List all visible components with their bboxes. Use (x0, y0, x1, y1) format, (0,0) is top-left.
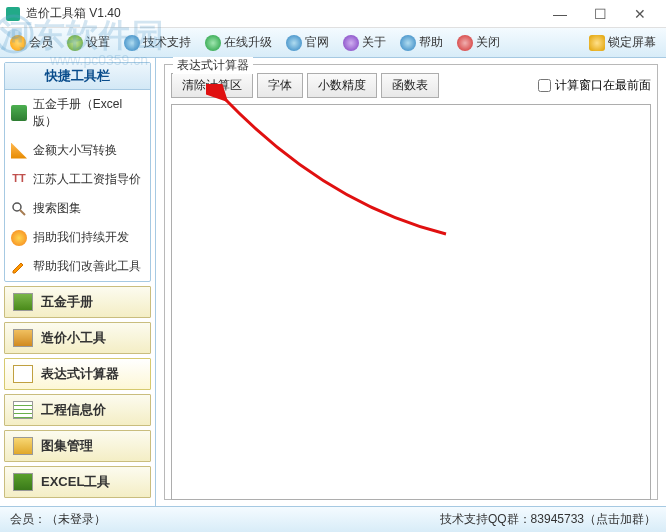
main-content: 快捷工具栏 五金手册（Excel版） 金额大小写转换 TT江苏人工工资指导价 搜… (0, 58, 666, 506)
settings-button[interactable]: 设置 (61, 32, 116, 53)
nav-project-price[interactable]: 工程信息价 (4, 394, 151, 426)
table-green-icon (13, 401, 33, 419)
svg-point-1 (13, 203, 21, 211)
member-icon (10, 35, 26, 51)
help-button[interactable]: 帮助 (394, 32, 449, 53)
ruler-icon (11, 143, 27, 159)
excel-nav-icon (13, 473, 33, 491)
sidebar-item-feedback[interactable]: 帮助我们改善此工具 (5, 252, 150, 281)
expression-editor[interactable] (171, 104, 651, 500)
sidebar-item-label: 金额大小写转换 (33, 142, 117, 159)
sidebar-item-labor-price[interactable]: TT江苏人工工资指导价 (5, 165, 150, 194)
website-button[interactable]: 官网 (280, 32, 335, 53)
search-icon (11, 201, 27, 217)
book-green-icon (13, 293, 33, 311)
gear-icon (67, 35, 83, 51)
sidebar-item-label: 搜索图集 (33, 200, 81, 217)
excel-icon (11, 105, 27, 121)
left-panel: 快捷工具栏 五金手册（Excel版） 金额大小写转换 TT江苏人工工资指导价 搜… (0, 58, 156, 506)
close-icon (457, 35, 473, 51)
app-icon (6, 7, 20, 21)
clear-calc-button[interactable]: 清除计算区 (171, 73, 253, 98)
lock-screen-button[interactable]: 锁定屏幕 (583, 32, 662, 53)
sidebar-item-label: 江苏人工工资指导价 (33, 171, 141, 188)
question-icon (400, 35, 416, 51)
function-table-button[interactable]: 函数表 (381, 73, 439, 98)
close-app-button[interactable]: 关闭 (451, 32, 506, 53)
tt-icon: TT (11, 172, 27, 188)
minimize-button[interactable]: — (540, 0, 580, 28)
sidebar-item-donate[interactable]: 捐助我们持续开发 (5, 223, 150, 252)
nav-excel-tools[interactable]: EXCEL工具 (4, 466, 151, 498)
folder-icon (13, 437, 33, 455)
topmost-checkbox[interactable] (538, 79, 551, 92)
ruler-orange-icon (13, 329, 33, 347)
nav-atlas-manage[interactable]: 图集管理 (4, 430, 151, 462)
svg-line-2 (20, 210, 25, 215)
medal-icon (11, 230, 27, 246)
lock-icon (589, 35, 605, 51)
close-window-button[interactable]: ✕ (620, 0, 660, 28)
home-icon (286, 35, 302, 51)
nav-expression-calc[interactable]: 表达式计算器 (4, 358, 151, 390)
topmost-checkbox-label[interactable]: 计算窗口在最前面 (538, 77, 651, 94)
sidebar-item-label: 捐助我们持续开发 (33, 229, 129, 246)
precision-button[interactable]: 小数精度 (307, 73, 377, 98)
globe-upgrade-icon (205, 35, 221, 51)
sidebar-item-label: 帮助我们改善此工具 (33, 258, 141, 275)
checkbox-text: 计算窗口在最前面 (555, 77, 651, 94)
about-button[interactable]: 关于 (337, 32, 392, 53)
headset-icon (124, 35, 140, 51)
quick-tool-box: 快捷工具栏 五金手册（Excel版） 金额大小写转换 TT江苏人工工资指导价 搜… (4, 62, 151, 282)
sidebar-item-search-atlas[interactable]: 搜索图集 (5, 194, 150, 223)
window-title: 造价工具箱 V1.40 (26, 5, 540, 22)
status-member: 会员：（未登录） (10, 511, 106, 528)
nav-hardware-manual[interactable]: 五金手册 (4, 286, 151, 318)
right-panel: 表达式计算器 清除计算区 字体 小数精度 函数表 计算窗口在最前面 (156, 58, 666, 506)
calc-button-row: 清除计算区 字体 小数精度 函数表 计算窗口在最前面 (171, 73, 651, 98)
page-icon (13, 365, 33, 383)
info-icon (343, 35, 359, 51)
sidebar-item-amount-convert[interactable]: 金额大小写转换 (5, 136, 150, 165)
online-upgrade-button[interactable]: 在线升级 (199, 32, 278, 53)
nav-cost-tools[interactable]: 造价小工具 (4, 322, 151, 354)
font-button[interactable]: 字体 (257, 73, 303, 98)
group-title: 表达式计算器 (173, 57, 253, 74)
sidebar-item-label: 五金手册（Excel版） (33, 96, 144, 130)
tech-support-button[interactable]: 技术支持 (118, 32, 197, 53)
main-toolbar: 会员 设置 技术支持 在线升级 官网 关于 帮助 关闭 锁定屏幕 (0, 28, 666, 58)
member-button[interactable]: 会员 (4, 32, 59, 53)
status-qq-group[interactable]: 技术支持QQ群：83945733（点击加群） (440, 511, 656, 528)
pencil-icon (11, 259, 27, 275)
maximize-button[interactable]: ☐ (580, 0, 620, 28)
calculator-group: 表达式计算器 清除计算区 字体 小数精度 函数表 计算窗口在最前面 (164, 64, 658, 500)
status-bar: 会员：（未登录） 技术支持QQ群：83945733（点击加群） (0, 506, 666, 532)
title-bar: 造价工具箱 V1.40 — ☐ ✕ (0, 0, 666, 28)
sidebar-item-hardware-manual[interactable]: 五金手册（Excel版） (5, 90, 150, 136)
quick-tool-header: 快捷工具栏 (5, 63, 150, 90)
